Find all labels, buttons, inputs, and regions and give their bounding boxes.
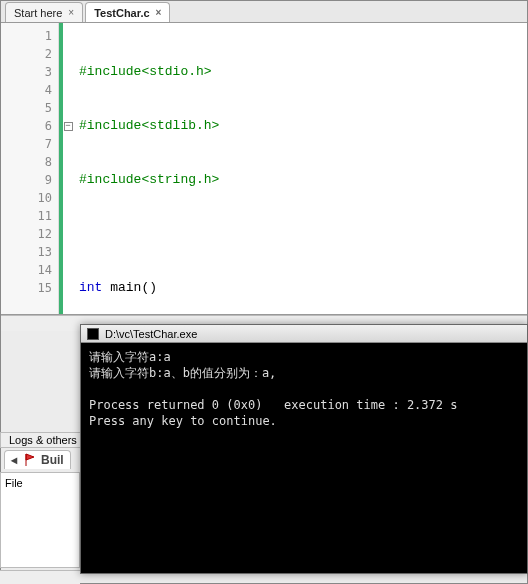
code-line: #include<string.h> bbox=[79, 172, 219, 187]
panel-handle-icon: ◂ bbox=[11, 453, 17, 467]
build-log-tab[interactable]: ◂ Buil bbox=[4, 450, 71, 469]
line-number-gutter: 12345 678910 1112131415 bbox=[1, 23, 59, 314]
code-editor[interactable]: 12345 678910 1112131415 − #include<stdio… bbox=[1, 23, 527, 315]
tab-start-here[interactable]: Start here × bbox=[5, 2, 83, 22]
build-tab-label: Buil bbox=[41, 453, 64, 467]
console-titlebar[interactable]: D:\vc\TestChar.exe bbox=[81, 325, 527, 343]
logs-header: Logs & others bbox=[0, 432, 86, 448]
tab-label: Start here bbox=[14, 7, 62, 19]
fold-column: − bbox=[59, 23, 73, 314]
code-area[interactable]: #include<stdio.h> #include<stdlib.h> #in… bbox=[73, 23, 527, 314]
close-icon[interactable]: × bbox=[156, 7, 162, 18]
log-h-scrollbar[interactable] bbox=[0, 570, 80, 584]
code-line: #include<stdlib.h> bbox=[79, 118, 219, 133]
console-app-icon bbox=[87, 328, 99, 340]
fold-toggle-icon[interactable]: − bbox=[64, 122, 73, 131]
editor-tabbar: Start here × TestChar.c × bbox=[1, 1, 527, 23]
tab-label: TestChar.c bbox=[94, 7, 149, 19]
console-output: 请输入字符a:a 请输入字符b:a、b的值分别为：a, Process retu… bbox=[81, 343, 527, 573]
close-icon[interactable]: × bbox=[68, 7, 74, 18]
code-line: #include<stdio.h> bbox=[79, 64, 212, 79]
code-line bbox=[79, 225, 527, 243]
build-icon bbox=[23, 453, 37, 467]
tab-testchar[interactable]: TestChar.c × bbox=[85, 2, 170, 22]
log-column-header: File bbox=[5, 477, 23, 489]
log-panel: File bbox=[0, 472, 80, 568]
console-window: D:\vc\TestChar.exe 请输入字符a:a 请输入字符b:a、b的值… bbox=[80, 324, 528, 574]
console-title-text: D:\vc\TestChar.exe bbox=[105, 328, 197, 340]
